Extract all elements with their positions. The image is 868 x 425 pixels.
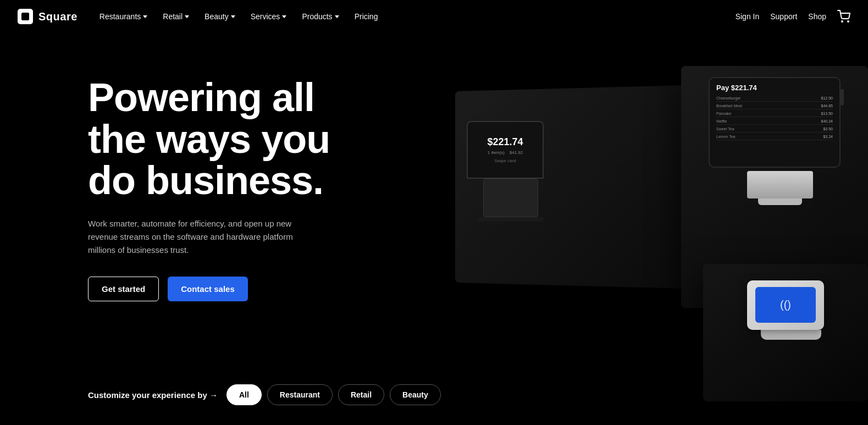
filter-beauty[interactable]: Beauty	[390, 384, 441, 405]
terminal-screen: $221.74 1 item(s) $41.92 Swipe card	[467, 121, 544, 179]
filter-all[interactable]: All	[226, 384, 262, 405]
card-reader-device: (()	[747, 280, 835, 340]
customize-row: Customize your experience by → All Resta…	[88, 384, 441, 405]
navbar: Square Restaurants Retail Beauty Service…	[0, 0, 868, 33]
terminal-amount: $221.74	[487, 136, 523, 148]
support-link[interactable]: Support	[770, 12, 797, 21]
sign-in-link[interactable]: Sign In	[736, 12, 760, 21]
register-rows: Cheeseburger $12.50 Breakfast Meal $44.8…	[716, 95, 833, 140]
logo-icon-inner	[21, 13, 29, 20]
customize-label: Customize your experience by →	[88, 390, 218, 400]
chevron-down-icon	[231, 15, 235, 18]
reader-body: (()	[747, 280, 824, 330]
register-base	[747, 171, 813, 198]
nav-item-beauty[interactable]: Beauty	[198, 8, 242, 25]
table-row: Pancake $13.50	[716, 111, 833, 117]
chevron-down-icon	[282, 15, 286, 18]
chevron-down-icon	[185, 15, 189, 18]
register-side-button	[841, 89, 844, 106]
register-device: Pay $221.74 Cheeseburger $12.50 Breakfas…	[709, 77, 852, 205]
svg-point-0	[842, 21, 843, 22]
register-pay-label: Pay $221.74	[716, 84, 833, 92]
nav-right: Sign In Support Shop	[736, 10, 850, 23]
terminal-sub: 1 item(s) $41.92	[488, 150, 523, 155]
logo-icon	[18, 9, 33, 24]
terminal-foot	[478, 217, 544, 222]
nav-menu: Restaurants Retail Beauty Services Produ…	[93, 8, 385, 25]
chevron-down-icon	[143, 15, 147, 18]
table-row: Sweet Tea $3.50	[716, 126, 833, 133]
register-stand	[758, 198, 802, 205]
nav-item-pricing[interactable]: Pricing	[348, 8, 385, 25]
nfc-icon: (()	[780, 299, 791, 311]
hero-headline: Powering all the ways you do business.	[88, 77, 341, 202]
nav-left: Square Restaurants Retail Beauty Service…	[18, 8, 384, 25]
table-row: Lemon Tea $3.24	[716, 134, 833, 140]
logo[interactable]: Square	[18, 9, 78, 24]
devices-scene: $221.74 1 item(s) $41.92 Swipe card Pay …	[395, 33, 868, 425]
hero-section: $221.74 1 item(s) $41.92 Swipe card Pay …	[0, 33, 868, 425]
hero-content: Powering all the ways you do business. W…	[0, 77, 341, 334]
terminal-base	[483, 179, 538, 217]
nav-item-products[interactable]: Products	[295, 8, 345, 25]
contact-sales-button[interactable]: Contact sales	[168, 277, 248, 301]
filter-pills: All Restaurant Retail Beauty	[226, 384, 441, 405]
table-row: Waffle $40.24	[716, 118, 833, 125]
get-started-button[interactable]: Get started	[88, 277, 159, 301]
chevron-down-icon	[335, 15, 339, 18]
cart-icon[interactable]	[837, 10, 850, 23]
nav-item-retail[interactable]: Retail	[156, 8, 196, 25]
terminal-device: $221.74 1 item(s) $41.92 Swipe card	[467, 121, 555, 231]
hero-subtext: Work smarter, automate for efficiency, a…	[88, 217, 302, 257]
nav-item-services[interactable]: Services	[244, 8, 294, 25]
reader-screen: (()	[755, 287, 816, 323]
svg-point-1	[848, 21, 849, 22]
shop-link[interactable]: Shop	[808, 12, 826, 21]
nav-item-restaurants[interactable]: Restaurants	[93, 8, 154, 25]
logo-text: Square	[38, 10, 78, 23]
filter-retail[interactable]: Retail	[338, 384, 384, 405]
register-screen: Pay $221.74 Cheeseburger $12.50 Breakfas…	[709, 77, 841, 168]
filter-restaurant[interactable]: Restaurant	[267, 384, 333, 405]
table-row: Breakfast Meal $44.85	[716, 103, 833, 109]
reader-base	[761, 330, 821, 340]
hero-buttons: Get started Contact sales	[88, 277, 341, 301]
table-row: Cheeseburger $12.50	[716, 95, 833, 102]
terminal-label: Swipe card	[494, 158, 516, 163]
